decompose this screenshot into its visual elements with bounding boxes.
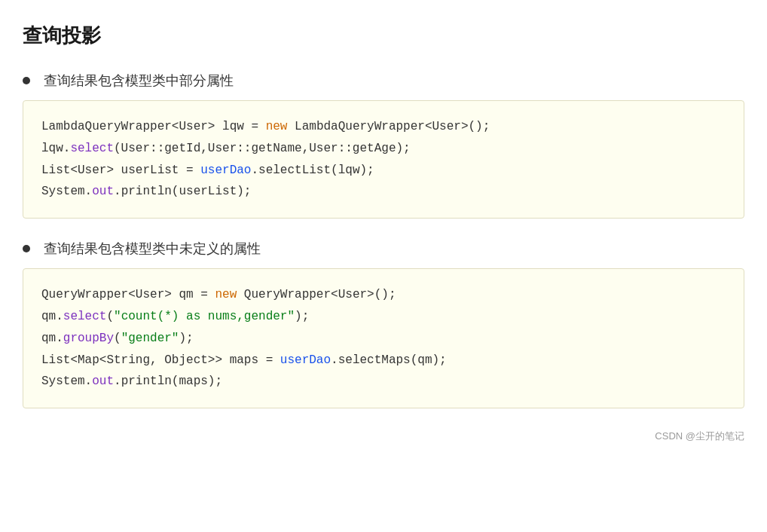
- code-string: "count(*) as nums,gender": [114, 310, 295, 323]
- code-line-s2l2: qm.select("count(*) as nums,gender");: [41, 306, 726, 328]
- page-title: 查询投影: [23, 23, 744, 49]
- code-span: .println(maps);: [114, 375, 222, 388]
- code-keyword: new: [266, 120, 288, 133]
- section-1: 查询结果包含模型类中部分属性 LambdaQueryWrapper<User> …: [23, 72, 744, 219]
- code-out: out: [92, 375, 114, 388]
- code-line-s1l4: System.out.println(userList);: [41, 181, 726, 203]
- code-userdao: userDao: [280, 353, 331, 367]
- bullet-dot-1: [23, 77, 30, 84]
- watermark: CSDN @尘开的笔记: [23, 430, 744, 443]
- section-2: 查询结果包含模型类中未定义的属性 QueryWrapper<User> qm =…: [23, 240, 744, 408]
- code-span: (: [114, 332, 121, 345]
- code-block-1: LambdaQueryWrapper<User> lqw = new Lambd…: [23, 100, 744, 219]
- code-span: (User::getId,User::getName,User::getAge)…: [114, 142, 411, 155]
- code-line-s1l3: List<User> userList = userDao.selectList…: [41, 160, 726, 182]
- code-span: );: [295, 310, 309, 323]
- sections-container: 查询结果包含模型类中部分属性 LambdaQueryWrapper<User> …: [23, 72, 744, 408]
- bullet-item-1: 查询结果包含模型类中部分属性: [23, 72, 744, 90]
- code-span: LambdaQueryWrapper<User> lqw =: [41, 120, 266, 133]
- code-span: .println(userList);: [114, 185, 251, 198]
- code-line-s1l1: LambdaQueryWrapper<User> lqw = new Lambd…: [41, 116, 726, 138]
- code-span: System.: [41, 185, 92, 198]
- code-line-s2l3: qm.groupBy("gender");: [41, 328, 726, 350]
- code-line-s1l2: lqw.select(User::getId,User::getName,Use…: [41, 138, 726, 160]
- code-span: List<User> userList =: [41, 164, 200, 177]
- code-keyword: new: [215, 288, 237, 301]
- bullet-text-2: 查询结果包含模型类中未定义的属性: [44, 240, 261, 258]
- code-span: LambdaQueryWrapper<User>();: [287, 120, 490, 133]
- code-span: lqw.: [41, 142, 70, 155]
- code-span: .selectMaps(qm);: [331, 353, 447, 367]
- code-line-s2l4: List<Map<String, Object>> maps = userDao…: [41, 350, 726, 371]
- code-span: .selectList(lqw);: [251, 164, 374, 177]
- code-span: );: [179, 332, 193, 345]
- code-span: System.: [41, 375, 92, 388]
- code-method: select: [70, 142, 114, 155]
- code-span: (: [106, 310, 114, 323]
- code-method: groupBy: [63, 332, 114, 345]
- code-line-s2l5: System.out.println(maps);: [41, 371, 726, 393]
- bullet-text-1: 查询结果包含模型类中部分属性: [44, 72, 234, 90]
- code-string: "gender": [121, 332, 179, 345]
- code-span: QueryWrapper<User> qm =: [41, 288, 215, 301]
- code-span: qm.: [41, 310, 63, 323]
- code-span: qm.: [41, 332, 63, 345]
- code-method: select: [63, 310, 107, 323]
- bullet-dot-2: [23, 245, 30, 252]
- code-block-2: QueryWrapper<User> qm = new QueryWrapper…: [23, 268, 744, 408]
- code-userdao: userDao: [200, 164, 251, 177]
- code-span: QueryWrapper<User>();: [237, 288, 396, 301]
- code-line-s2l1: QueryWrapper<User> qm = new QueryWrapper…: [41, 284, 726, 306]
- code-span: List<Map<String, Object>> maps =: [41, 353, 280, 367]
- code-out: out: [92, 185, 114, 198]
- bullet-item-2: 查询结果包含模型类中未定义的属性: [23, 240, 744, 258]
